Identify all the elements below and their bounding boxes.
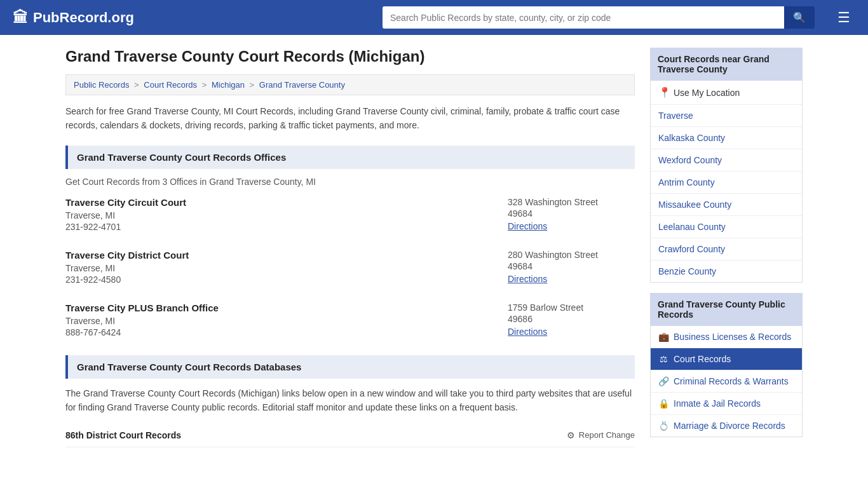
public-records-section: Grand Traverse County Public Records 💼 B…	[650, 293, 803, 437]
directions-link-3[interactable]: Directions	[508, 327, 547, 337]
report-icon: ⚙	[567, 430, 575, 440]
office-left-1: Traverse City Circuit Court Traverse, MI…	[65, 197, 482, 232]
business-icon: 💼	[658, 332, 668, 342]
directions-link-1[interactable]: Directions	[508, 221, 547, 231]
sidebar-item-criminal-records[interactable]: 🔗 Criminal Records & Warrants	[651, 370, 802, 393]
databases-description: The Grand Traverse County Court Records …	[65, 386, 635, 415]
sidebar-item-business-licenses[interactable]: 💼 Business Licenses & Records	[651, 326, 802, 348]
sidebar-item-marriage-records[interactable]: 💍 Marriage & Divorce Records	[651, 415, 802, 437]
nearby-item-crawford[interactable]: Crawford County	[651, 238, 802, 261]
nearby-header: Court Records near Grand Traverse County	[650, 48, 803, 81]
breadcrumb-sep-3: >	[250, 80, 257, 90]
breadcrumb-grand-traverse[interactable]: Grand Traverse County	[259, 80, 345, 90]
inmate-icon: 🔒	[658, 398, 668, 409]
office-zip-2: 49684	[508, 261, 635, 271]
nearby-item-traverse[interactable]: Traverse	[651, 105, 802, 127]
main-content: Grand Traverse County Court Records (Mic…	[65, 48, 635, 447]
report-change-btn[interactable]: ⚙ Report Change	[567, 430, 635, 440]
nearby-item-benzie[interactable]: Benzie County	[651, 261, 802, 282]
use-location-label: Use My Location	[674, 88, 740, 98]
sidebar: Court Records near Grand Traverse County…	[650, 48, 803, 447]
menu-button[interactable]: ☰	[832, 7, 855, 29]
court-icon: ⚖	[658, 354, 668, 364]
office-city-3: Traverse, MI	[65, 316, 482, 326]
nearby-label-benzie: Benzie County	[658, 266, 716, 276]
use-location-item[interactable]: 📍 Use My Location	[651, 81, 802, 105]
nearby-label-antrim: Antrim County	[658, 177, 715, 187]
nearby-item-antrim[interactable]: Antrim County	[651, 172, 802, 194]
databases-section: Grand Traverse County Court Records Data…	[65, 355, 635, 447]
court-label: Court Records	[674, 354, 731, 364]
office-city-1: Traverse, MI	[65, 210, 482, 220]
nearby-label-wexford: Wexford County	[658, 155, 722, 165]
office-left-3: Traverse City PLUS Branch Office Travers…	[65, 302, 482, 337]
nearby-label-traverse: Traverse	[658, 111, 693, 121]
logo[interactable]: 🏛 PubRecord.org	[13, 9, 134, 27]
directions-link-2[interactable]: Directions	[508, 274, 547, 284]
office-phone-1: 231-922-4701	[65, 222, 482, 232]
office-address-3: 1759 Barlow Street	[508, 302, 635, 313]
search-button[interactable]: 🔍	[784, 6, 815, 29]
db-entry-name-1: 86th District Court Records	[65, 430, 181, 440]
office-entry-1: Traverse City Circuit Court Traverse, MI…	[65, 197, 635, 234]
office-name-3: Traverse City PLUS Branch Office	[65, 302, 482, 313]
nearby-label-crawford: Crawford County	[658, 244, 725, 254]
nearby-item-missaukee[interactable]: Missaukee County	[651, 194, 802, 216]
office-city-2: Traverse, MI	[65, 263, 482, 273]
office-right-2: 280 Washington Street 49684 Directions	[508, 250, 635, 285]
inmate-label: Inmate & Jail Records	[674, 398, 761, 409]
nearby-item-kalkaska[interactable]: Kalkaska County	[651, 127, 802, 149]
page-title: Grand Traverse County Court Records (Mic…	[65, 48, 635, 65]
breadcrumb-court-records[interactable]: Court Records	[144, 80, 197, 90]
site-header: 🏛 PubRecord.org 🔍 ☰	[0, 0, 868, 35]
menu-icon: ☰	[837, 10, 850, 25]
search-icon: 🔍	[793, 12, 806, 23]
office-row-2: Traverse City District Court Traverse, M…	[65, 250, 635, 285]
office-address-1: 328 Washington Street	[508, 197, 635, 207]
office-zip-3: 49686	[508, 314, 635, 324]
business-label: Business Licenses & Records	[674, 332, 791, 342]
criminal-icon: 🔗	[658, 376, 668, 386]
office-name-2: Traverse City District Court	[65, 250, 482, 261]
office-row-3: Traverse City PLUS Branch Office Travers…	[65, 302, 635, 337]
nearby-item-wexford[interactable]: Wexford County	[651, 149, 802, 172]
office-address-2: 280 Washington Street	[508, 250, 635, 260]
office-phone-3: 888-767-6424	[65, 327, 482, 337]
nearby-label-missaukee: Missaukee County	[658, 200, 731, 210]
public-records-list: 💼 Business Licenses & Records ⚖ Court Re…	[650, 326, 803, 437]
office-left-2: Traverse City District Court Traverse, M…	[65, 250, 482, 285]
office-right-3: 1759 Barlow Street 49686 Directions	[508, 302, 635, 337]
db-entry-1: 86th District Court Records ⚙ Report Cha…	[65, 424, 635, 447]
databases-header: Grand Traverse County Court Records Data…	[65, 355, 635, 379]
page-description: Search for free Grand Traverse County, M…	[65, 104, 635, 133]
sidebar-item-court-records[interactable]: ⚖ Court Records	[651, 348, 802, 370]
office-zip-1: 49684	[508, 208, 635, 219]
office-name-1: Traverse City Circuit Court	[65, 197, 482, 208]
nearby-label-leelanau: Leelanau County	[658, 222, 726, 232]
search-input[interactable]	[383, 6, 784, 29]
nearby-item-leelanau[interactable]: Leelanau County	[651, 216, 802, 238]
breadcrumb-michigan[interactable]: Michigan	[212, 80, 245, 90]
search-area: 🔍	[383, 6, 815, 29]
offices-sub-description: Get Court Records from 3 Offices in Gran…	[65, 177, 635, 187]
office-entry-3: Traverse City PLUS Branch Office Travers…	[65, 302, 635, 340]
office-row-1: Traverse City Circuit Court Traverse, MI…	[65, 197, 635, 232]
nearby-label-kalkaska: Kalkaska County	[658, 133, 725, 143]
office-entry-2: Traverse City District Court Traverse, M…	[65, 250, 635, 287]
logo-text: PubRecord.org	[33, 10, 134, 26]
logo-icon: 🏛	[13, 9, 28, 27]
offices-header: Grand Traverse County Court Records Offi…	[65, 146, 635, 169]
marriage-icon: 💍	[658, 421, 668, 431]
breadcrumb-public-records[interactable]: Public Records	[74, 80, 129, 90]
report-change-label: Report Change	[579, 430, 635, 440]
sidebar-item-inmate-records[interactable]: 🔒 Inmate & Jail Records	[651, 393, 802, 415]
nearby-section: Court Records near Grand Traverse County…	[650, 48, 803, 283]
offices-section: Grand Traverse County Court Records Offi…	[65, 146, 635, 340]
breadcrumb-sep-2: >	[202, 80, 209, 90]
office-phone-2: 231-922-4580	[65, 274, 482, 285]
public-records-header: Grand Traverse County Public Records	[650, 293, 803, 326]
criminal-label: Criminal Records & Warrants	[674, 376, 789, 386]
nearby-list: 📍 Use My Location Traverse Kalkaska Coun…	[650, 81, 803, 283]
marriage-label: Marriage & Divorce Records	[674, 421, 785, 431]
breadcrumb: Public Records > Court Records > Michiga…	[65, 74, 635, 95]
